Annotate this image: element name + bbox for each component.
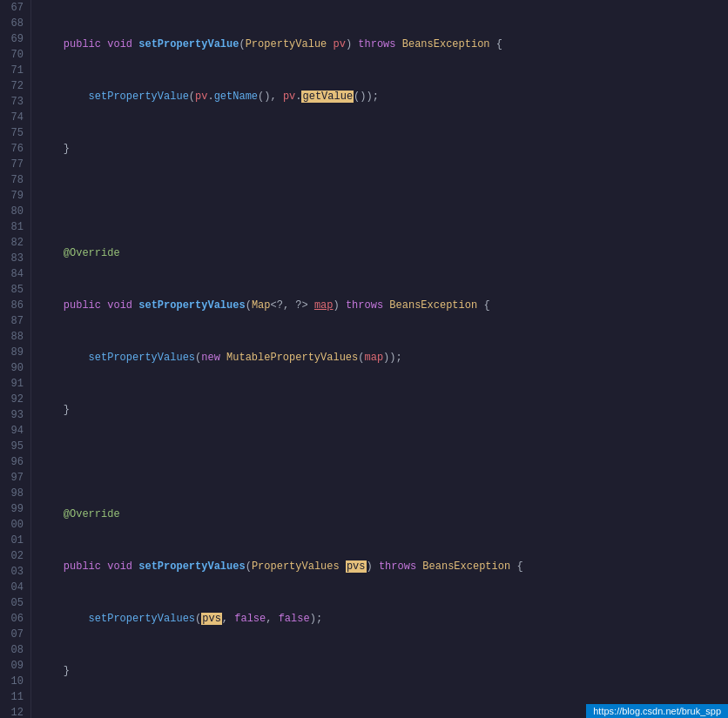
line-num: 67 [3, 0, 24, 16]
line-num: 71 [3, 63, 24, 78]
code-line: @Override [38, 507, 728, 522]
line-num: 96 [3, 454, 24, 470]
line-num: 72 [3, 78, 24, 94]
code-line [38, 454, 728, 470]
line-num: 06 [3, 611, 24, 627]
line-num: 11 [3, 689, 24, 705]
code-line: public void setPropertyValue(PropertyVal… [38, 37, 728, 52]
line-num: 84 [3, 266, 24, 282]
url-text: https://blog.csdn.net/bruk_spp [593, 706, 721, 716]
line-num: 05 [3, 595, 24, 611]
line-num: 89 [3, 345, 24, 360]
code-line: } [38, 663, 728, 679]
code-line: } [38, 402, 728, 418]
line-num: 98 [3, 486, 24, 501]
line-num: 74 [3, 110, 24, 125]
code-editor: 67 68 69 70 71 72 73 74 75 76 77 78 79 8… [0, 0, 728, 718]
line-num: 91 [3, 376, 24, 392]
code-content: public void setPropertyValue(PropertyVal… [31, 0, 728, 718]
line-num: 88 [3, 329, 24, 345]
line-num: 04 [3, 580, 24, 595]
code-line: public void setPropertyValues(Map<?, ?> … [38, 298, 728, 313]
line-num: 02 [3, 548, 24, 564]
line-num: 07 [3, 627, 24, 642]
line-num: 79 [3, 188, 24, 204]
line-num: 73 [3, 94, 24, 110]
line-num: 87 [3, 313, 24, 329]
code-line: setPropertyValue(pv.getName(), pv.getVal… [38, 89, 728, 104]
code-line: @Override [38, 245, 728, 261]
line-num: 93 [3, 407, 24, 423]
line-num: 69 [3, 31, 24, 47]
line-num: 95 [3, 439, 24, 454]
line-num: 80 [3, 204, 24, 219]
line-num: 78 [3, 172, 24, 188]
code-line: } [38, 141, 728, 157]
line-num: 92 [3, 392, 24, 407]
line-num: 99 [3, 501, 24, 517]
line-num: 01 [3, 533, 24, 548]
line-num: 94 [3, 423, 24, 439]
line-num: 85 [3, 282, 24, 298]
line-num: 09 [3, 658, 24, 674]
code-line: public void setPropertyValues(PropertyVa… [38, 559, 728, 574]
line-num: 68 [3, 16, 24, 31]
code-line: setPropertyValues(new MutablePropertyVal… [38, 350, 728, 366]
code-line: setPropertyValues(pvs, false, false); [38, 611, 728, 627]
line-num: 75 [3, 125, 24, 141]
line-num: 10 [3, 674, 24, 689]
line-num: 08 [3, 642, 24, 658]
line-num: 70 [3, 47, 24, 63]
line-num: 81 [3, 219, 24, 235]
line-num: 86 [3, 298, 24, 313]
line-num: 77 [3, 157, 24, 172]
code-line [38, 193, 728, 209]
line-num: 97 [3, 470, 24, 486]
line-num: 76 [3, 141, 24, 157]
line-numbers: 67 68 69 70 71 72 73 74 75 76 77 78 79 8… [0, 0, 31, 718]
url-bar: https://blog.csdn.net/bruk_spp [586, 704, 728, 718]
line-num: 12 [3, 705, 24, 718]
line-num: 90 [3, 360, 24, 376]
line-num: 00 [3, 517, 24, 533]
line-num: 03 [3, 564, 24, 580]
line-num: 83 [3, 251, 24, 266]
line-num: 82 [3, 235, 24, 251]
